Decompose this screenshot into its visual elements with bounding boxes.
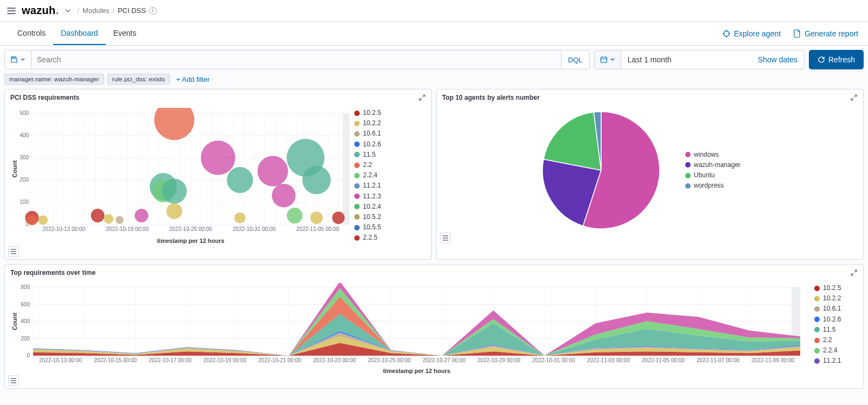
explore-agent-button[interactable]: Explore agent xyxy=(722,29,781,38)
legend-item[interactable]: 10.2.5 xyxy=(354,108,381,118)
menu-toggle-button[interactable] xyxy=(7,6,16,16)
legend-item[interactable]: 10.2.6 xyxy=(354,139,381,150)
chevron-down-icon xyxy=(20,57,25,62)
expand-icon[interactable] xyxy=(850,94,858,101)
panel-title: PCI DSS requirements xyxy=(10,94,79,101)
expand-icon[interactable] xyxy=(850,269,858,277)
generate-report-button[interactable]: Generate report xyxy=(793,29,858,38)
legend-item[interactable]: windows xyxy=(685,150,761,160)
svg-text:2022-10-13 00:00: 2022-10-13 00:00 xyxy=(42,226,85,232)
target-icon xyxy=(722,29,731,38)
legend-item[interactable]: 10.2.4 xyxy=(354,202,381,212)
legend-item[interactable]: 11.2.3 xyxy=(354,191,381,202)
refresh-icon xyxy=(818,56,825,63)
legend-item[interactable]: 2.2.4 xyxy=(814,345,858,356)
legend-toggle-button[interactable] xyxy=(8,246,19,257)
info-icon[interactable]: i xyxy=(149,7,157,15)
svg-point-58 xyxy=(104,214,113,224)
document-icon xyxy=(793,29,801,38)
svg-text:2022-11-05 00:00: 2022-11-05 00:00 xyxy=(642,357,685,363)
panel-top-agents: Top 10 agents by alerts number windowswa… xyxy=(436,89,864,260)
svg-point-0 xyxy=(724,31,729,36)
svg-text:2022-10-27 00:00: 2022-10-27 00:00 xyxy=(423,357,465,363)
legend-item[interactable]: 2.2 xyxy=(814,335,858,345)
legend-item[interactable]: wordpress xyxy=(685,181,761,191)
legend-item[interactable]: 10.6.1 xyxy=(354,128,381,139)
svg-point-67 xyxy=(227,167,253,193)
legend-item[interactable]: 11.5 xyxy=(354,150,381,160)
svg-text:200: 200 xyxy=(20,177,29,183)
svg-point-60 xyxy=(135,209,148,222)
topbar: wazuh. / Modules / PCI DSS i xyxy=(0,0,868,22)
pie-chart xyxy=(539,108,663,233)
svg-text:400: 400 xyxy=(21,318,30,324)
svg-text:300: 300 xyxy=(20,155,29,160)
svg-point-73 xyxy=(302,166,330,194)
svg-point-59 xyxy=(116,216,124,224)
svg-point-69 xyxy=(258,156,288,186)
svg-text:Count: Count xyxy=(11,160,18,177)
bubble-legend: 10.2.510.2.210.6.110.2.611.52.22.2.411.2… xyxy=(354,108,381,246)
svg-rect-1 xyxy=(12,57,15,59)
svg-text:2022-10-19 00:00: 2022-10-19 00:00 xyxy=(106,226,149,232)
svg-text:2022-10-13 00:00: 2022-10-13 00:00 xyxy=(39,357,82,363)
legend-item[interactable]: 10.5.5 xyxy=(354,222,381,233)
tab-events[interactable]: Events xyxy=(106,22,144,45)
logo-dropdown[interactable] xyxy=(64,7,72,15)
svg-text:2022-11-09 00:00: 2022-11-09 00:00 xyxy=(751,357,794,363)
svg-text:timestamp per 12 hours: timestamp per 12 hours xyxy=(157,237,224,244)
expand-icon[interactable] xyxy=(418,94,426,101)
legend-item[interactable]: 10.6.1 xyxy=(814,304,858,314)
svg-text:timestamp per 12 hours: timestamp per 12 hours xyxy=(383,368,450,374)
legend-item[interactable]: 11.2.1 xyxy=(354,181,381,191)
search-group: DQL xyxy=(4,50,590,69)
panel-requirements-over-time: Top requirements over time 0200400600800… xyxy=(4,264,864,389)
legend-item[interactable]: 10.2.6 xyxy=(814,314,858,325)
tab-dashboard[interactable]: Dashboard xyxy=(53,22,106,45)
tab-controls[interactable]: Controls xyxy=(10,22,53,45)
svg-text:2022-11-03 00:00: 2022-11-03 00:00 xyxy=(587,357,630,363)
legend-item[interactable]: 11.2.1 xyxy=(814,356,858,366)
date-range-label[interactable]: Last 1 month xyxy=(621,50,751,69)
svg-text:2022-10-15 00:00: 2022-10-15 00:00 xyxy=(94,357,137,363)
legend-item[interactable]: 2.2.4 xyxy=(354,170,381,181)
dashboard: PCI DSS requirements 0100200300400500202… xyxy=(0,89,868,393)
search-input[interactable] xyxy=(31,50,561,69)
svg-point-64 xyxy=(162,179,187,204)
panel-title: Top requirements over time xyxy=(10,269,95,277)
date-group: Last 1 month Show dates xyxy=(594,50,805,69)
legend-toggle-button[interactable] xyxy=(8,375,19,386)
area-legend: 10.2.510.2.210.6.110.2.611.52.22.2.411.2… xyxy=(814,283,858,375)
svg-text:Count: Count xyxy=(11,313,18,330)
pie-legend: windowswazuh-managerUbuntuwordpress xyxy=(685,150,761,191)
legend-item[interactable]: 10.5.2 xyxy=(354,212,381,222)
refresh-button[interactable]: Refresh xyxy=(809,50,864,69)
svg-text:600: 600 xyxy=(21,301,30,307)
legend-item[interactable]: wazuh-manager xyxy=(685,160,761,170)
legend-toggle-button[interactable] xyxy=(440,233,451,243)
area-chart: 0200400600800Count2022-10-13 00:002022-1… xyxy=(10,283,811,375)
svg-text:2022-10-23 00:00: 2022-10-23 00:00 xyxy=(313,357,356,363)
svg-text:2022-10-19 00:00: 2022-10-19 00:00 xyxy=(203,357,246,363)
saved-queries-button[interactable] xyxy=(5,50,31,69)
legend-item[interactable]: 10.2.2 xyxy=(354,118,381,128)
svg-point-71 xyxy=(287,208,303,223)
legend-item[interactable]: 10.2.5 xyxy=(814,283,858,293)
svg-text:2022-10-29 00:00: 2022-10-29 00:00 xyxy=(477,357,520,363)
legend-item[interactable]: 11.5 xyxy=(814,325,858,335)
legend-item[interactable]: 2.2 xyxy=(354,160,381,170)
date-quick-select[interactable] xyxy=(595,50,621,69)
svg-rect-2 xyxy=(601,57,607,63)
legend-item[interactable]: 10.2.2 xyxy=(814,293,858,304)
add-filter-button[interactable]: + Add filter xyxy=(173,75,210,83)
breadcrumb-root[interactable]: Modules xyxy=(82,7,109,15)
chevron-down-icon xyxy=(610,57,615,62)
legend-item[interactable]: 2.2.5 xyxy=(354,233,381,243)
panel-title: Top 10 agents by alerts number xyxy=(442,94,540,101)
show-dates-button[interactable]: Show dates xyxy=(751,50,804,69)
filter-manager-name[interactable]: manager.name: wazuh-manager xyxy=(4,74,104,85)
dql-toggle[interactable]: DQL xyxy=(561,50,589,69)
filter-rule-pcidss[interactable]: rule.pci_dss: exists xyxy=(107,74,170,85)
legend-item[interactable]: Ubuntu xyxy=(685,170,761,181)
svg-point-66 xyxy=(201,140,235,175)
